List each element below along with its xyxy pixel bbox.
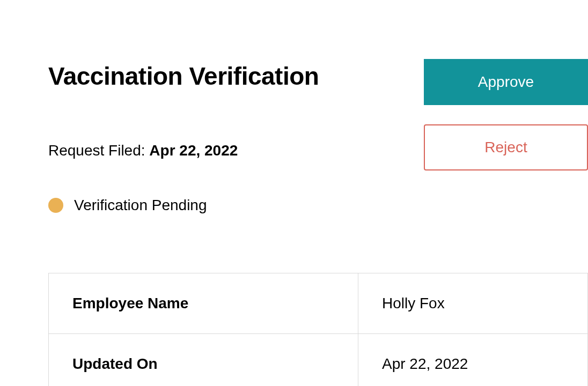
actions-panel: Approve Reject: [424, 59, 588, 170]
detail-value: Holly Fox: [358, 273, 588, 334]
status-dot-icon: [48, 198, 63, 213]
reject-button[interactable]: Reject: [424, 124, 588, 170]
page-title: Vaccination Verification: [48, 62, 319, 91]
request-filed-label: Request Filed:: [48, 142, 149, 159]
request-filed-value: Apr 22, 2022: [149, 142, 238, 159]
details-table: Employee Name Holly Fox Updated On Apr 2…: [48, 273, 588, 386]
detail-label: Updated On: [49, 334, 358, 387]
request-filed: Request Filed: Apr 22, 2022: [48, 142, 319, 159]
status-text: Verification Pending: [74, 197, 207, 214]
status-row: Verification Pending: [48, 197, 319, 214]
detail-value: Apr 22, 2022: [358, 334, 588, 387]
approve-button[interactable]: Approve: [424, 59, 588, 105]
table-row: Updated On Apr 22, 2022: [49, 334, 588, 387]
table-row: Employee Name Holly Fox: [49, 273, 588, 334]
detail-label: Employee Name: [49, 273, 358, 334]
